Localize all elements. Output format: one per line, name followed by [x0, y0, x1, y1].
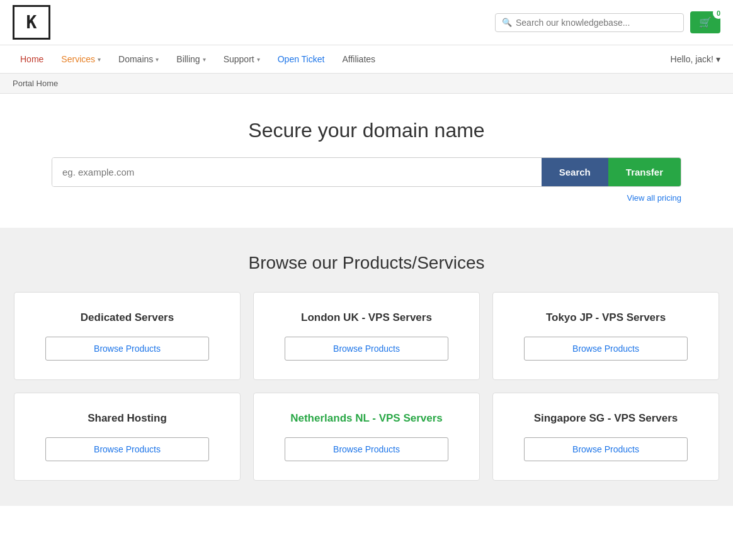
nav-item-home[interactable]: Home	[13, 45, 51, 73]
nav-item-affiliates[interactable]: Affiliates	[334, 45, 383, 73]
browse-products-button-4[interactable]: Browse Products	[45, 437, 209, 461]
cart-button[interactable]: 🛒 0	[690, 11, 720, 33]
domain-search-button[interactable]: Search	[542, 158, 608, 186]
browse-products-button-2[interactable]: Browse Products	[285, 337, 448, 361]
view-pricing-link[interactable]: View all pricing	[627, 193, 681, 203]
nav-item-open-ticket[interactable]: Open Ticket	[270, 45, 332, 73]
domain-transfer-button[interactable]: Transfer	[608, 158, 681, 186]
breadcrumb: Portal Home	[0, 74, 733, 94]
nav-services-label: Services	[61, 54, 95, 64]
chevron-down-icon: ▾	[98, 56, 101, 63]
user-greeting-button[interactable]: Hello, jack! ▾	[671, 54, 720, 64]
browse-products-button-3[interactable]: Browse Products	[524, 337, 688, 361]
nav-home-label: Home	[20, 54, 43, 64]
browse-products-button-6[interactable]: Browse Products	[524, 437, 688, 461]
search-icon: 🔍	[502, 18, 512, 27]
chevron-down-icon: ▾	[257, 56, 260, 63]
domain-transfer-label: Transfer	[626, 167, 663, 177]
products-heading: Browse our Products/Services	[13, 253, 720, 273]
nav-open-ticket-label: Open Ticket	[278, 54, 325, 64]
product-card-2: London UK - VPS ServersBrowse Products	[253, 292, 480, 380]
chevron-down-icon: ▾	[716, 54, 720, 64]
nav-left: Home Services ▾ Domains ▾ Billing ▾ Supp…	[13, 45, 383, 73]
browse-products-button-1[interactable]: Browse Products	[45, 337, 209, 361]
product-card-6: Singapore SG - VPS ServersBrowse Product…	[492, 393, 719, 481]
domain-search-bar: Search Transfer	[52, 157, 681, 187]
nav-billing-label: Billing	[176, 54, 200, 64]
nav-right: Hello, jack! ▾	[671, 54, 720, 64]
knowledgebase-search-input[interactable]	[516, 18, 677, 28]
cart-badge: 0	[713, 8, 724, 19]
user-greeting-text: Hello, jack!	[671, 54, 713, 64]
domain-search-input[interactable]	[52, 158, 542, 186]
product-title-3: Tokyo JP - VPS Servers	[546, 311, 666, 324]
chevron-down-icon: ▾	[203, 56, 206, 63]
nav-domains-label: Domains	[118, 54, 153, 64]
chevron-down-icon: ▾	[156, 56, 159, 63]
nav-item-domains[interactable]: Domains ▾	[111, 45, 166, 73]
view-pricing: View all pricing	[52, 193, 681, 203]
product-title-4: Shared Hosting	[88, 412, 167, 425]
domain-search-label: Search	[559, 167, 591, 177]
nav-item-billing[interactable]: Billing ▾	[169, 45, 213, 73]
product-title-5: Netherlands NL - VPS Servers	[290, 412, 443, 425]
product-title-6: Singapore SG - VPS Servers	[534, 412, 678, 425]
product-card-3: Tokyo JP - VPS ServersBrowse Products	[492, 292, 719, 380]
product-card-1: Dedicated ServersBrowse Products	[14, 292, 241, 380]
header-right: 🔍 🛒 0	[495, 11, 720, 33]
product-title-1: Dedicated Servers	[81, 311, 174, 324]
domain-heading: Secure your domain name	[13, 119, 720, 142]
nav-affiliates-label: Affiliates	[342, 54, 375, 64]
logo[interactable]: K	[13, 5, 50, 40]
domain-section: Secure your domain name Search Transfer …	[0, 94, 733, 215]
product-title-2: London UK - VPS Servers	[301, 311, 432, 324]
nav-item-support[interactable]: Support ▾	[216, 45, 268, 73]
header: K 🔍 🛒 0	[0, 0, 733, 45]
nav-item-services[interactable]: Services ▾	[54, 45, 108, 73]
logo-text: K	[26, 12, 37, 33]
product-card-4: Shared HostingBrowse Products	[14, 393, 241, 481]
products-section: Browse our Products/Services Dedicated S…	[0, 228, 733, 506]
navbar: Home Services ▾ Domains ▾ Billing ▾ Supp…	[0, 45, 733, 74]
breadcrumb-label: Portal Home	[13, 79, 58, 88]
product-card-5: Netherlands NL - VPS ServersBrowse Produ…	[253, 393, 480, 481]
nav-support-label: Support	[224, 54, 254, 64]
products-grid: Dedicated ServersBrowse ProductsLondon U…	[14, 292, 719, 481]
knowledgebase-search-box: 🔍	[495, 13, 684, 32]
browse-products-button-5[interactable]: Browse Products	[285, 437, 448, 461]
